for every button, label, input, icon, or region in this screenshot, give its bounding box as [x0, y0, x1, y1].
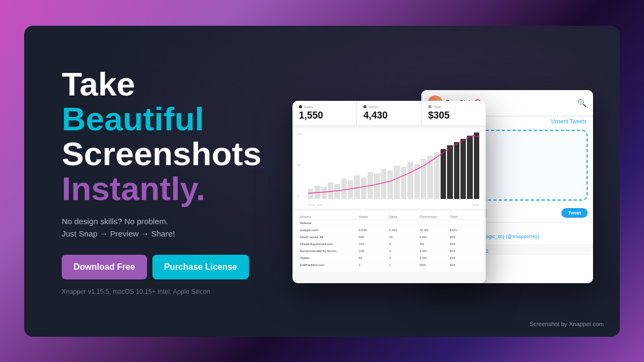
row-forest-sales: 8: [389, 242, 418, 246]
chart-y-50: $50: [297, 164, 303, 167]
bar: [394, 166, 399, 199]
table-row: Recommended by Summ... 103 4 3.0% $10: [298, 248, 480, 255]
bar: [374, 173, 379, 198]
bar: [314, 186, 320, 199]
table-header: Source Views Sales Conversion Total: [298, 214, 480, 220]
bar: [341, 179, 347, 198]
table-row: Referrer: [298, 220, 480, 227]
stat-total-value: $305: [428, 110, 479, 121]
tw-unsent-label[interactable]: Unsent Tweets: [551, 119, 587, 124]
th-views: Views: [358, 215, 387, 218]
row-ih-conv: 60%: [420, 263, 448, 267]
screenshot-container: Tony Dinh 🔍 Unsent Tweets: [292, 85, 582, 278]
chart-y-labels: $100 $50 $0: [297, 132, 303, 198]
row-twitter-views: 92: [358, 256, 387, 260]
tw-mention-xnapper[interactable]: (@XnapperHQ): [506, 234, 539, 239]
row-recommended: Recommended by Summ...: [300, 249, 356, 253]
table-row: indehackers.com 2 1 60% $15: [298, 262, 480, 269]
row-twitter-total: $10: [450, 256, 478, 260]
stat-sales-value: 1,550: [299, 110, 350, 121]
row-forest-conv: 4%: [420, 242, 448, 246]
bar: [407, 162, 413, 198]
row-snapper-total: $101: [450, 228, 478, 232]
purchase-license-button[interactable]: Purchase License: [152, 255, 249, 279]
chart-area: $100 $50 $0: [295, 128, 484, 209]
row-direct-conv: 6.8%: [420, 235, 448, 239]
bar: [441, 149, 446, 199]
row-snapper: snapper.com: [300, 228, 356, 232]
download-free-button[interactable]: Download Free: [62, 255, 147, 279]
chart-y-100: $100: [297, 132, 303, 136]
bar: [460, 139, 466, 199]
stat-total-label: Total: [428, 105, 479, 109]
row-forest-views: 104: [358, 242, 387, 246]
row-rec-conv: 3.0%: [420, 249, 448, 253]
row-ih-sales: 1: [389, 263, 418, 267]
bar: [414, 164, 420, 198]
bar: [354, 175, 360, 198]
row-snapper-sales: 1,502: [389, 228, 418, 232]
headline-instantly: Instantly.: [62, 171, 266, 206]
row-rec-views: 103: [358, 249, 387, 253]
row-snapper-conv: 41.3%: [420, 228, 448, 232]
headline-beautiful: Beautiful: [62, 101, 266, 136]
th-total: Total: [450, 215, 478, 218]
row-indiehackers: indehackers.com: [300, 263, 356, 267]
bar: [368, 172, 373, 199]
row-twitter: Twitter: [300, 256, 356, 260]
row-ih-total: $15: [450, 263, 478, 267]
bar: [427, 156, 433, 199]
stat-views-label: Views: [363, 105, 414, 109]
stat-views: Views 4,430: [357, 101, 421, 125]
bar: [401, 167, 406, 199]
stat-sales: Sales 1,550: [292, 101, 357, 125]
screenshot-by-label: Screenshot by Xnapper.com: [530, 321, 604, 327]
chart-x-start: Jul 22, 2022: [308, 203, 323, 206]
bar: [361, 178, 367, 199]
bar: [387, 171, 393, 198]
chart-bars: [308, 132, 479, 199]
dashboard-stats: Sales 1,550 Views 4,430 Total $305: [292, 101, 486, 126]
row-twitter-conv: 3.5%: [420, 256, 448, 260]
row-rec-total: $10: [450, 249, 478, 253]
bar: [328, 182, 333, 199]
stat-views-value: 4,430: [363, 110, 414, 121]
table-row: Direct, email, IM 556 23 6.8% $55: [298, 234, 480, 241]
row-referrer: Referrer: [300, 221, 356, 225]
bar: [454, 142, 459, 198]
search-icon[interactable]: 🔍: [577, 99, 587, 107]
stat-total: Total $305: [422, 101, 486, 125]
row-twitter-sales: 2: [389, 256, 418, 260]
row-forest: forestink.gumroad.com: [300, 242, 356, 246]
dashboard: Sales 1,550 Views 4,430 Total $305: [292, 101, 486, 283]
bar: [434, 152, 440, 199]
table-section: Source Views Sales Conversion Total Refe…: [295, 211, 484, 272]
chart-x-labels: Jul 22, 2022 Today: [308, 203, 479, 206]
row-forest-total: $44: [450, 242, 478, 246]
th-source: Source: [300, 215, 356, 218]
row-direct-total: $55: [450, 235, 478, 239]
row-direct-views: 556: [358, 235, 387, 239]
bar: [334, 184, 340, 198]
left-panel: Take Beautiful Screenshots Instantly. No…: [62, 67, 266, 295]
headline: Take Beautiful Screenshots Instantly.: [62, 67, 266, 206]
th-conversion: Conversion: [420, 215, 448, 218]
bar: [467, 136, 472, 199]
bar: [447, 145, 452, 198]
version-info: Xnapper v1.15.5, macOS 10.15+ Intel, App…: [62, 288, 266, 295]
row-direct: Direct, email, IM: [300, 235, 356, 239]
bar: [321, 187, 327, 198]
right-panel: Tony Dinh 🔍 Unsent Tweets: [292, 58, 582, 305]
chart-y-0: $0: [297, 195, 303, 198]
cta-buttons: Download Free Purchase License: [62, 255, 266, 279]
bar: [474, 132, 479, 199]
headline-screenshots: Screenshots: [62, 135, 261, 172]
tw-tweet-button[interactable]: Tweet: [561, 208, 588, 218]
chart-x-end: Today: [472, 203, 479, 206]
table-row: Twitter 92 2 3.5% $10: [298, 255, 480, 262]
row-direct-sales: 23: [389, 235, 418, 239]
th-sales: Sales: [389, 215, 418, 218]
subtitle-line1: No design skills? No problem.: [62, 216, 266, 228]
subtitle-line2: Just Snap → Preview → Share!: [62, 228, 266, 240]
subtitle: No design skills? No problem. Just Snap …: [62, 216, 266, 240]
